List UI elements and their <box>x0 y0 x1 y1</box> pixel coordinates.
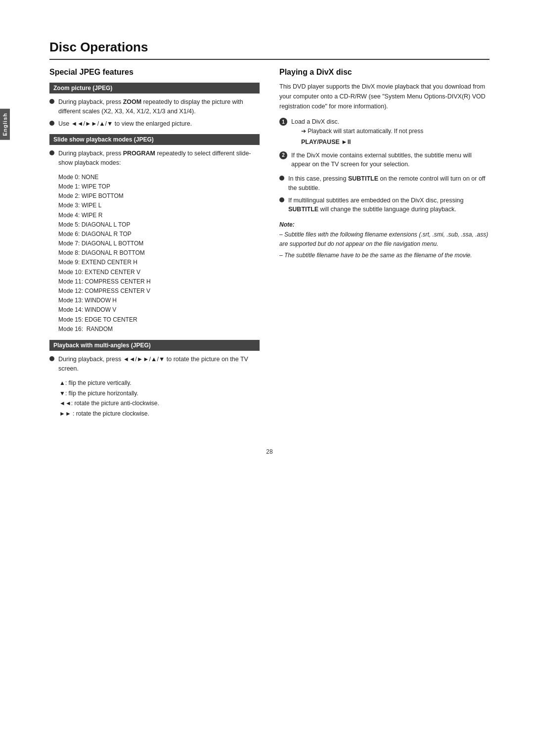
zoom-header: Zoom picture (JPEG) <box>49 83 260 94</box>
page-title: Disc Operations <box>49 40 490 60</box>
right-column: Playing a DivX disc This DVD player supp… <box>279 68 490 419</box>
mode-12: Mode 12: COMPRESS CENTER V <box>58 286 260 296</box>
slideshow-header: Slide show playback modes (JPEG) <box>49 134 260 145</box>
divx-bullet-2-text: If multilingual subtitles are embedded o… <box>288 196 490 215</box>
bullet-icon <box>279 197 284 202</box>
zoom-bullet-1: During playback, press ZOOM repeatedly t… <box>49 97 260 116</box>
multiangle-bullets: During playback, press ◄◄/►►/▲/▼ to rota… <box>49 355 260 374</box>
divx-intro: This DVD player supports the DivX movie … <box>279 82 490 111</box>
sub-bullet-right: ►► : rotate the picture clockwise. <box>59 409 260 419</box>
mode-7: Mode 7: DIAGONAL L BOTTOM <box>58 239 260 248</box>
zoom-bullet-1-text: During playback, press ZOOM repeatedly t… <box>58 97 260 116</box>
page-container: English Disc Operations Special JPEG fea… <box>0 0 534 495</box>
bullet-icon <box>49 99 54 104</box>
mode-9: Mode 9: EXTEND CENTER H <box>58 258 260 267</box>
divx-title: Playing a DivX disc <box>279 68 490 77</box>
step-number-1: 1 <box>279 118 287 126</box>
note-section: Note: – Subtitle files with the followin… <box>279 221 490 261</box>
divx-step-2: 2 If the DivX movie contains external su… <box>279 151 490 170</box>
step-1-arrow: ➔ Playback will start automatically. If … <box>301 127 423 136</box>
zoom-bullet-2-text: Use ◄◄/►►/▲/▼ to view the enlarged pictu… <box>58 119 192 129</box>
mode-0: Mode 0: NONE <box>58 173 260 182</box>
divx-step-2-text: If the DivX movie contains external subt… <box>291 151 490 170</box>
mode-4: Mode 4: WIPE R <box>58 211 260 220</box>
bullet-icon <box>49 150 54 155</box>
mode-5: Mode 5: DIAGONAL L TOP <box>58 220 260 230</box>
divx-bullet-1-text: In this case, pressing SUBTITLE on the r… <box>288 174 490 193</box>
sub-bullet-up: ▲: flip the picture vertically. <box>59 378 260 388</box>
zoom-bullets: During playback, press ZOOM repeatedly t… <box>49 97 260 128</box>
mode-10: Mode 10: EXTEND CENTER V <box>58 268 260 277</box>
step-number-2: 2 <box>279 151 287 159</box>
sub-bullet-left: ◄◄: rotate the picture anti-clockwise. <box>59 398 260 408</box>
mode-3: Mode 3: WIPE L <box>58 201 260 210</box>
play-pause-label: PLAY/PAUSE ►II <box>301 138 423 147</box>
multiangle-bullet-1-text: During playback, press ◄◄/►►/▲/▼ to rota… <box>58 355 260 374</box>
mode-14: Mode 14: WINDOW V <box>58 305 260 315</box>
mode-15: Mode 15: EDGE TO CENTER <box>58 315 260 325</box>
note-line-1: – Subtitle files with the following file… <box>279 230 490 249</box>
mode-11: Mode 11: COMPRESS CENTER H <box>58 277 260 286</box>
modes-list: Mode 0: NONE Mode 1: WIPE TOP Mode 2: WI… <box>58 173 260 334</box>
mode-2: Mode 2: WIPE BOTTOM <box>58 191 260 201</box>
slideshow-bullet-1: During playback, press PROGRAM repeatedl… <box>49 149 260 168</box>
divx-bullet-2: If multilingual subtitles are embedded o… <box>279 196 490 215</box>
mode-8: Mode 8: DIAGONAL R BOTTOM <box>58 248 260 258</box>
divx-bullets: In this case, pressing SUBTITLE on the r… <box>279 174 490 214</box>
slideshow-bullets: During playback, press PROGRAM repeatedl… <box>49 149 260 168</box>
note-line-2: – The subtitle filename have to be the s… <box>279 251 490 260</box>
lang-tab: English <box>0 109 10 140</box>
divx-step-1-text: Load a DivX disc. ➔ Playback will start … <box>291 117 423 147</box>
bullet-icon <box>49 356 54 361</box>
mode-13: Mode 13: WINDOW H <box>58 296 260 305</box>
sub-bullet-down: ▼: flip the picture horizontally. <box>59 388 260 398</box>
mode-6: Mode 6: DIAGONAL R TOP <box>58 230 260 239</box>
left-column: Special JPEG features Zoom picture (JPEG… <box>49 68 260 419</box>
slideshow-bullet-1-text: During playback, press PROGRAM repeatedl… <box>58 149 260 168</box>
bullet-icon <box>49 121 54 126</box>
mode-16: Mode 16: RANDOM <box>58 325 260 334</box>
multiangle-sub-list: ▲: flip the picture vertically. ▼: flip … <box>59 378 260 419</box>
multiangle-header: Playback with multi-angles (JPEG) <box>49 340 260 351</box>
bullet-icon <box>279 176 284 181</box>
special-jpeg-title: Special JPEG features <box>49 68 260 77</box>
zoom-bullet-2: Use ◄◄/►►/▲/▼ to view the enlarged pictu… <box>49 119 260 129</box>
multiangle-bullet-1: During playback, press ◄◄/►►/▲/▼ to rota… <box>49 355 260 374</box>
two-column-layout: Special JPEG features Zoom picture (JPEG… <box>49 68 490 419</box>
page-number: 28 <box>49 448 490 455</box>
mode-1: Mode 1: WIPE TOP <box>58 182 260 191</box>
divx-step-1: 1 Load a DivX disc. ➔ Playback will star… <box>279 117 490 147</box>
divx-bullet-1: In this case, pressing SUBTITLE on the r… <box>279 174 490 193</box>
note-title: Note: <box>279 221 490 228</box>
divx-steps: 1 Load a DivX disc. ➔ Playback will star… <box>279 117 490 169</box>
